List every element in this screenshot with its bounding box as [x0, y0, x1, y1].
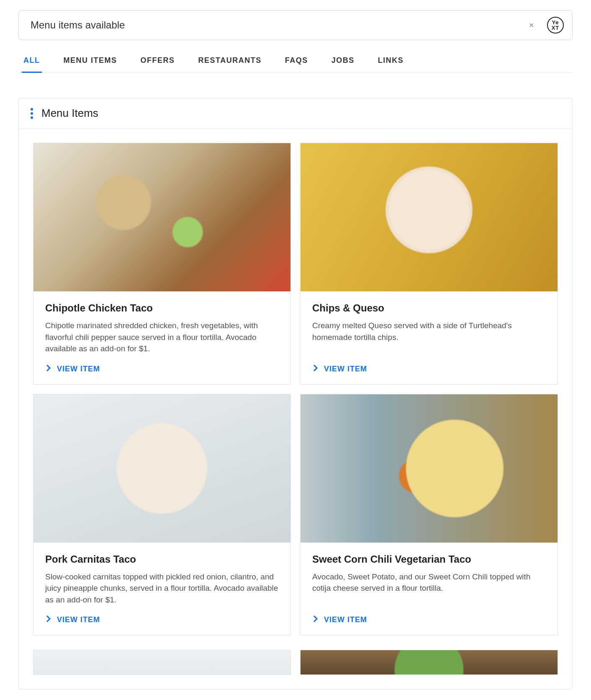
menu-item-card: [33, 650, 291, 675]
tab-menu-items[interactable]: MENU ITEMS: [62, 52, 119, 72]
chevron-right-icon: [45, 615, 52, 625]
menu-item-image: [33, 143, 290, 291]
tab-restaurants[interactable]: RESTAURANTS: [197, 52, 263, 72]
menu-item-description: Slow-cooked carnitas topped with pickled…: [45, 571, 279, 606]
card-grid-partial: [19, 650, 572, 689]
panel-title: Menu Items: [41, 107, 98, 120]
menu-item-card: Sweet Corn Chili Vegetarian TacoAvocado,…: [300, 394, 558, 636]
menu-item-title: Sweet Corn Chili Vegetarian Taco: [312, 553, 546, 565]
view-item-label: VIEW ITEM: [57, 615, 100, 624]
menu-item-image: [301, 143, 558, 291]
chevron-right-icon: [312, 615, 319, 625]
view-item-link[interactable]: VIEW ITEM: [312, 615, 546, 625]
menu-items-panel: Menu Items Chipotle Chicken TacoChipotle…: [18, 98, 573, 690]
menu-item-card: Chips & QuesoCreamy melted Queso served …: [300, 143, 558, 385]
menu-item-title: Chips & Queso: [312, 302, 546, 314]
view-item-link[interactable]: VIEW ITEM: [45, 364, 279, 374]
menu-item-description: Avocado, Sweet Potato, and our Sweet Cor…: [312, 571, 546, 606]
menu-item-image: [33, 394, 290, 543]
more-vertical-icon[interactable]: [31, 108, 33, 119]
tab-all[interactable]: ALL: [22, 52, 42, 73]
tab-bar: ALLMENU ITEMSOFFERSRESTAURANTSFAQSJOBSLI…: [18, 52, 573, 73]
menu-item-image: [301, 650, 558, 674]
view-item-label: VIEW ITEM: [324, 615, 367, 624]
close-icon: ✕: [529, 21, 534, 29]
tab-links[interactable]: LINKS: [376, 52, 406, 72]
brand-logo-button[interactable]: Ye XT: [547, 17, 564, 33]
search-bar: ✕ Ye XT: [18, 10, 573, 40]
menu-item-title: Pork Carnitas Taco: [45, 553, 279, 565]
menu-item-card: Chipotle Chicken TacoChipotle marinated …: [33, 143, 291, 385]
menu-item-card: [300, 650, 558, 675]
view-item-link[interactable]: VIEW ITEM: [312, 364, 546, 374]
menu-item-image: [301, 394, 558, 543]
brand-line2: XT: [552, 25, 560, 31]
tab-jobs[interactable]: JOBS: [330, 52, 356, 72]
view-item-link[interactable]: VIEW ITEM: [45, 615, 279, 625]
clear-search-button[interactable]: ✕: [525, 19, 537, 31]
view-item-label: VIEW ITEM: [57, 365, 100, 373]
panel-header: Menu Items: [19, 98, 572, 129]
tab-faqs[interactable]: FAQS: [283, 52, 310, 72]
menu-item-description: Creamy melted Queso served with a side o…: [312, 320, 546, 355]
chevron-right-icon: [45, 364, 52, 374]
menu-item-title: Chipotle Chicken Taco: [45, 302, 279, 314]
view-item-label: VIEW ITEM: [324, 365, 367, 373]
menu-item-image: [33, 650, 290, 674]
menu-item-card: Pork Carnitas TacoSlow-cooked carnitas t…: [33, 394, 291, 636]
card-grid: Chipotle Chicken TacoChipotle marinated …: [19, 129, 572, 650]
search-input[interactable]: [31, 19, 525, 31]
tab-offers[interactable]: OFFERS: [139, 52, 177, 72]
menu-item-description: Chipotle marinated shredded chicken, fre…: [45, 320, 279, 355]
chevron-right-icon: [312, 364, 319, 374]
